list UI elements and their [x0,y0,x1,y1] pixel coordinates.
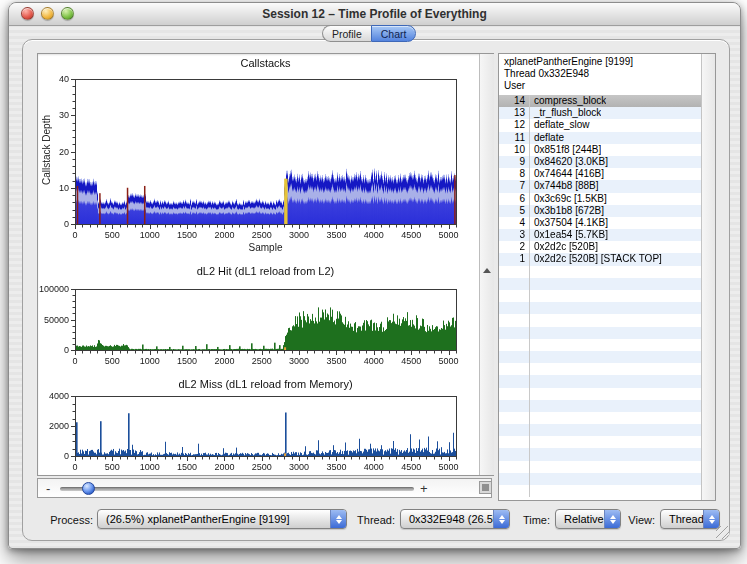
tab-profile[interactable]: Profile [322,25,371,42]
scroll-corner-box [479,481,492,494]
tab-chart[interactable]: Chart [371,25,417,42]
callstack-row[interactable]: 10x2d2c [520B] [STACK TOP] [499,253,702,265]
empty-row [499,314,702,326]
callstack-panel: xplanetPantherEngine [9199] Thread 0x332… [498,53,716,501]
callstack-row[interactable]: 100x851f8 [244B] [499,144,702,156]
desktop: Session 12 – Time Profile of Everything … [0,0,747,564]
zoom-slider-thumb[interactable] [82,482,95,495]
frame-symbol: 0x2d2c [520B] [529,241,598,253]
frame-number [499,278,529,290]
empty-row [499,448,702,460]
callstack-row[interactable]: 80x74644 [416B] [499,168,702,180]
process-popup[interactable]: (26.5%) xplanetPantherEngine [9199] [97,509,347,529]
titlebar[interactable]: Session 12 – Time Profile of Everything [9,3,740,26]
empty-row [499,278,702,290]
frame-symbol [529,485,534,497]
frame-symbol: 0x3b1b8 [672B] [529,205,604,217]
callstack-row[interactable]: 13_tr_flush_block [499,107,702,119]
frame-symbol [529,448,534,460]
callstack-row[interactable]: 14compress_block [499,95,702,107]
zoom-slider-track[interactable] [60,487,414,491]
frame-symbol [529,363,534,375]
list-scrollbar[interactable] [701,54,715,500]
frame-number [499,375,529,387]
chart-vertical-scrollbar[interactable] [479,54,494,475]
frame-symbol [529,473,534,485]
frame-symbol [529,424,534,436]
frame-number: 9 [499,156,529,168]
frame-symbol [529,290,534,302]
callstack-row[interactable]: 20x2d2c [520B] [499,241,702,253]
frame-number: 2 [499,241,529,253]
frame-number: 6 [499,193,529,205]
callstack-row[interactable]: 90x84620 [3.0KB] [499,156,702,168]
frame-symbol [529,375,534,387]
frame-symbol [529,436,534,448]
empty-row [499,436,702,448]
callstack-row[interactable]: 60x3c69c [1.5KB] [499,193,702,205]
thread-label: Thread: [343,514,395,526]
popup-stepper-icon [604,510,620,528]
frame-number [499,290,529,302]
corner-square-icon [482,484,489,491]
scroll-up-arrow-icon [483,268,491,273]
chart-title-callstacks: Callstacks [75,57,456,69]
frame-symbol [529,302,534,314]
process-label: Process: [37,514,93,526]
frame-number: 5 [499,205,529,217]
frame-symbol: 0x1ea54 [5.7KB] [529,229,608,241]
time-label: Time: [518,514,550,526]
empty-row [499,302,702,314]
chart-panel: Callstacks Callstack Depth Sample dL2 Hi… [37,53,494,476]
callstack-row[interactable]: 40x37504 [4.1KB] [499,217,702,229]
view-popup[interactable]: Thread [660,509,720,529]
time-popup[interactable]: Relative [555,509,621,529]
callstack-row[interactable]: 70x744b8 [88B] [499,180,702,192]
frame-number: 4 [499,217,529,229]
frame-symbol [529,351,534,363]
zoom-in-button[interactable]: + [420,480,428,497]
callstack-row[interactable]: 30x1ea54 [5.7KB] [499,229,702,241]
chart-title-dl2-miss: dL2 Miss (dL1 reload from Memory) [75,378,456,390]
callstack-row[interactable]: 50x3b1b8 [672B] [499,205,702,217]
frame-symbol: 0x37504 [4.1KB] [529,217,608,229]
empty-row [499,290,702,302]
empty-row [499,339,702,351]
frame-number [499,302,529,314]
callstack-header: xplanetPantherEngine [9199] Thread 0x332… [499,54,702,97]
app-window: Session 12 – Time Profile of Everything … [8,2,741,549]
frame-number [499,424,529,436]
frame-number: 7 [499,180,529,192]
empty-row [499,412,702,424]
resize-grip[interactable] [716,526,729,539]
view-tabs: Profile Chart [322,25,416,42]
frame-number [499,339,529,351]
empty-row [499,351,702,363]
frame-symbol: 0x84620 [3.0KB] [529,156,608,168]
empty-row [499,461,702,473]
y-axis-label-callstack-depth: Callstack Depth [41,100,53,200]
frame-number [499,266,529,278]
frame-number [499,473,529,485]
thread-popup-value: 0x332E948 (26.5%) [401,513,493,525]
frame-symbol [529,388,534,400]
frame-symbol: 0x3c69c [1.5KB] [529,193,607,205]
empty-row [499,424,702,436]
zoom-out-button[interactable]: - [46,480,50,497]
frame-symbol [529,339,534,351]
empty-row [499,327,702,339]
mode-label: User [504,80,702,92]
frame-number: 8 [499,168,529,180]
empty-row [499,388,702,400]
frame-symbol: 0x74644 [416B] [529,168,604,180]
empty-row [499,363,702,375]
callstack-row[interactable]: 12deflate_slow [499,119,702,131]
time-popup-value: Relative [556,513,604,525]
frame-symbol: deflate_slow [529,119,590,131]
callstack-row[interactable]: 11deflate [499,132,702,144]
frame-symbol [529,266,534,278]
frame-symbol [529,461,534,473]
frame-symbol: 0x2d2c [520B] [STACK TOP] [529,253,662,265]
frame-number [499,351,529,363]
thread-popup[interactable]: 0x332E948 (26.5%) [400,509,510,529]
